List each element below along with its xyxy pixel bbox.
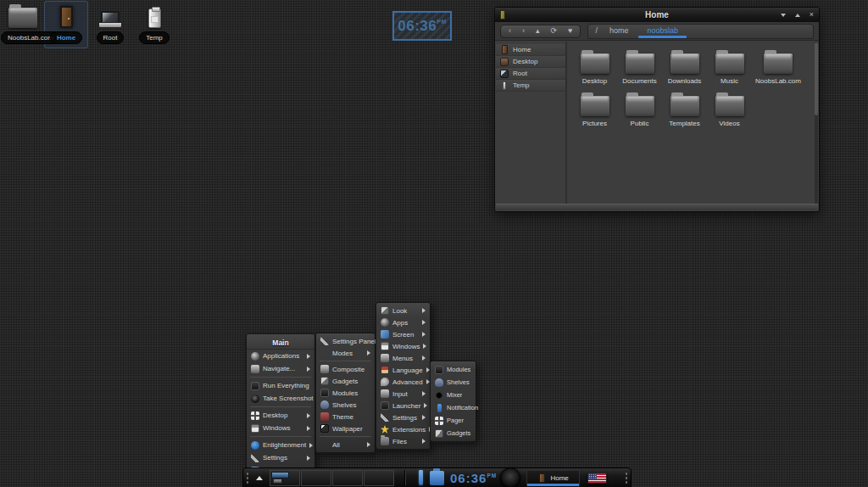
refresh-button[interactable]: ⟳	[551, 27, 558, 35]
menu-item-files[interactable]: Files	[376, 435, 430, 447]
menu-item-apps[interactable]: Apps	[376, 316, 430, 328]
shelf-autohide-button[interactable]	[253, 471, 266, 484]
back-button[interactable]: ‹	[509, 27, 511, 35]
favorites-button[interactable]: ♥	[568, 27, 572, 35]
folder-icon	[626, 53, 654, 74]
mixer-knob-icon[interactable]	[500, 467, 520, 487]
clock-gadget[interactable]: 06:36PM	[392, 11, 452, 41]
folder-item-videos[interactable]: Videos	[707, 92, 752, 127]
menu-item-extensions[interactable]: Extensions	[376, 423, 430, 435]
sidebar-item-root[interactable]: Root	[496, 68, 565, 80]
path-segment-home[interactable]: home	[608, 25, 631, 38]
submenu-arrow-icon	[424, 403, 427, 408]
windows-icon	[251, 424, 259, 433]
menu-item-composite[interactable]: Composite	[316, 363, 375, 375]
folder-item-desktop[interactable]: Desktop	[572, 50, 617, 85]
shelf-drag-handle[interactable]	[246, 472, 249, 484]
scrollbar[interactable]	[815, 42, 818, 204]
up-button[interactable]: ▴	[536, 27, 540, 35]
menu-item-input[interactable]: Input	[376, 388, 430, 400]
battery-gadget-icon[interactable]	[430, 471, 444, 485]
sidebar-item-home[interactable]: Home	[496, 44, 565, 56]
menu-item-menus[interactable]: Menus	[376, 352, 430, 364]
sidebar-item-label: Desktop	[513, 58, 537, 65]
menu-item-settings[interactable]: Settings	[376, 411, 430, 423]
folder-item-templates[interactable]: Templates	[662, 92, 707, 127]
path-root[interactable]: /	[593, 25, 599, 38]
menu-item-settings[interactable]: Settings	[247, 451, 314, 464]
shelf-drag-handle[interactable]	[625, 472, 628, 484]
pager-desktop-2[interactable]	[301, 470, 331, 486]
menu-item-pager[interactable]: Pager	[431, 414, 476, 427]
folder-icon	[670, 53, 699, 74]
menu-item-windows[interactable]: Windows	[247, 422, 314, 434]
menu-item-theme[interactable]: Theme	[316, 411, 375, 423]
menu-item-language[interactable]: Language	[376, 364, 430, 376]
menu-item-gadgets[interactable]: Gadgets	[316, 375, 375, 387]
folder-item-pictures[interactable]: Pictures	[572, 92, 617, 127]
canister-icon	[148, 8, 161, 28]
menu-item-enlightenment[interactable]: Enlightenment	[247, 439, 314, 451]
forward-button[interactable]: ›	[522, 27, 525, 35]
menu-item-mixer[interactable]: Mixer	[431, 389, 476, 401]
desktop-wallpaper[interactable]: NoobsLab.com Home Root Temp 06:36PM Home…	[0, 0, 868, 487]
menu-item-shelves[interactable]: Shelves	[316, 399, 375, 411]
shade-button[interactable]	[781, 14, 786, 17]
window-resize-bar[interactable]	[496, 204, 818, 210]
pager-desktop-1[interactable]	[270, 470, 300, 486]
menu-item-screen[interactable]: Screen	[376, 328, 430, 340]
folder-item-downloads[interactable]: Downloads	[662, 50, 707, 85]
menu-item-take-screenshot[interactable]: Take Screenshot	[247, 392, 314, 405]
desktop-icon-noobslab[interactable]: NoobsLab.com	[1, 3, 45, 44]
folder-item-public[interactable]: Public	[617, 92, 662, 127]
folder-item-noobslab[interactable]: NoobsLab.com	[752, 50, 804, 85]
pager-desktop-4[interactable]	[364, 470, 394, 486]
clock-time: 06:36	[398, 18, 437, 35]
sidebar-item-label: Temp	[513, 81, 530, 89]
menu-title: Main	[247, 336, 314, 350]
menu-item-run-everything[interactable]: Run Everything	[247, 379, 314, 392]
titlebar[interactable]: Home ×	[495, 8, 819, 22]
menu-item-wallpaper[interactable]: Wallpaper	[316, 423, 375, 434]
taskbar-item-home[interactable]: Home	[526, 470, 580, 486]
menu-item-all[interactable]: All	[316, 439, 375, 451]
menu-item-modules[interactable]: Modules	[316, 387, 375, 399]
desktop-icon-temp[interactable]: Temp	[132, 3, 176, 44]
shelf-clock[interactable]: 06:36PM	[450, 471, 497, 485]
us-flag-icon[interactable]	[587, 473, 607, 484]
door-icon	[60, 6, 73, 28]
menu-item-look[interactable]: Look	[376, 305, 430, 316]
gadgets-icon	[435, 429, 443, 438]
advanced-icon	[381, 378, 389, 386]
folder-item-documents[interactable]: Documents	[617, 50, 662, 85]
desktop-icon-root[interactable]: Root	[88, 3, 132, 44]
pager-icon	[435, 417, 443, 425]
folder-icon	[764, 53, 793, 74]
menu-item-applications[interactable]: Applications	[247, 350, 314, 362]
submenu-arrow-icon	[426, 379, 430, 384]
menu-item-advanced[interactable]: Advanced	[376, 376, 430, 388]
temperature-gadget-icon[interactable]	[419, 470, 423, 485]
menu-item-windows[interactable]: Windows	[376, 340, 430, 352]
menu-item-notification[interactable]: Notification	[431, 401, 476, 414]
menu-item-settings-panel[interactable]: Settings Panel	[316, 335, 375, 347]
menu-item-modules[interactable]: Modules	[431, 363, 476, 376]
menu-item-gadgets[interactable]: Gadgets	[431, 427, 476, 439]
sidebar-item-temp[interactable]: Temp	[496, 80, 565, 92]
path-segment-current[interactable]: noobslab	[638, 25, 687, 38]
menu-item-modes[interactable]: Modes	[316, 347, 375, 359]
close-button[interactable]: ×	[810, 11, 814, 19]
run-everything-icon	[251, 382, 259, 390]
desktop-icon-home[interactable]: Home	[44, 3, 88, 44]
sidebar-item-desktop[interactable]: Desktop	[496, 56, 565, 68]
all-submenu: Look Apps Screen Windows Menus Language …	[376, 302, 431, 450]
menu-item-desktop[interactable]: Desktop	[247, 409, 314, 422]
pager-desktop-3[interactable]	[332, 470, 363, 486]
maximize-button[interactable]	[795, 14, 800, 17]
computer-icon	[98, 11, 122, 28]
menu-item-shelves[interactable]: Shelves	[431, 376, 476, 389]
menu-item-launcher[interactable]: Launcher	[376, 400, 430, 411]
menu-item-navigate[interactable]: Navigate...	[247, 362, 314, 375]
menu-separator	[250, 436, 311, 437]
folder-item-music[interactable]: Music	[707, 50, 752, 85]
